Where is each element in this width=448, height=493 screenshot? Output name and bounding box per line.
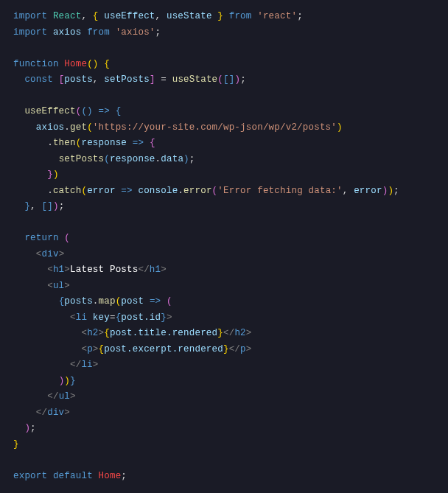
code-line: <h1>Latest Posts</h1> [13, 265, 167, 275]
code-line: </li> [13, 360, 99, 370]
code-line: setPosts(response.data); [13, 154, 195, 164]
code-line: axios.get('https://your-site.com/wp-json… [13, 122, 343, 133]
code-line: <ul> [13, 281, 70, 291]
code-line: .catch(error => console.error('Error fet… [13, 186, 399, 196]
code-line: import axios from 'axios'; [13, 27, 161, 38]
code-line: import React, { useEffect, useState } fr… [13, 11, 303, 21]
code-line: <div> [13, 249, 64, 259]
code-line: </div> [13, 408, 70, 418]
code-line: function Home() { [13, 59, 110, 69]
code-line: } [13, 439, 19, 450]
code-line: ))} [13, 376, 76, 386]
code-line: }, []); [13, 201, 64, 211]
id-react: React [53, 11, 82, 21]
code-line: ); [13, 423, 36, 433]
kw-import: import [13, 11, 47, 21]
code-line: <li key={post.id}> [13, 312, 172, 323]
code-line: export default Home; [13, 471, 127, 481]
code-line: <h2>{post.title.rendered}</h2> [13, 328, 251, 338]
code-line: .then(response => { [13, 138, 155, 148]
code-line: return ( [13, 233, 70, 243]
code-line: {posts.map(post => ( [13, 296, 172, 307]
code-line: <p>{post.excerpt.rendered}</p> [13, 344, 251, 354]
code-line: }) [13, 169, 59, 180]
code-line: const [posts, setPosts] = useState([]); [13, 74, 246, 85]
code-line: </ul> [13, 391, 76, 402]
code-editor[interactable]: import React, { useEffect, useState } fr… [0, 0, 448, 493]
code-line: useEffect(() => { [13, 106, 121, 116]
